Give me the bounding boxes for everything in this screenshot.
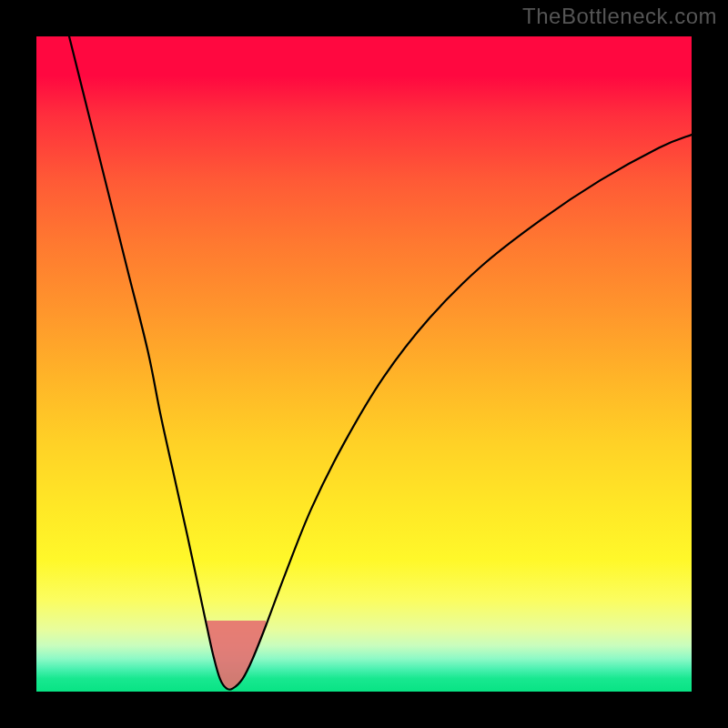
chart-frame: TheBottleneck.com [0,0,728,728]
plot-area [36,36,692,692]
watermark-text: TheBottleneck.com [522,4,717,29]
bottleneck-curve-path [69,36,692,690]
curve-layer [36,36,692,692]
valley-fill [207,621,266,688]
